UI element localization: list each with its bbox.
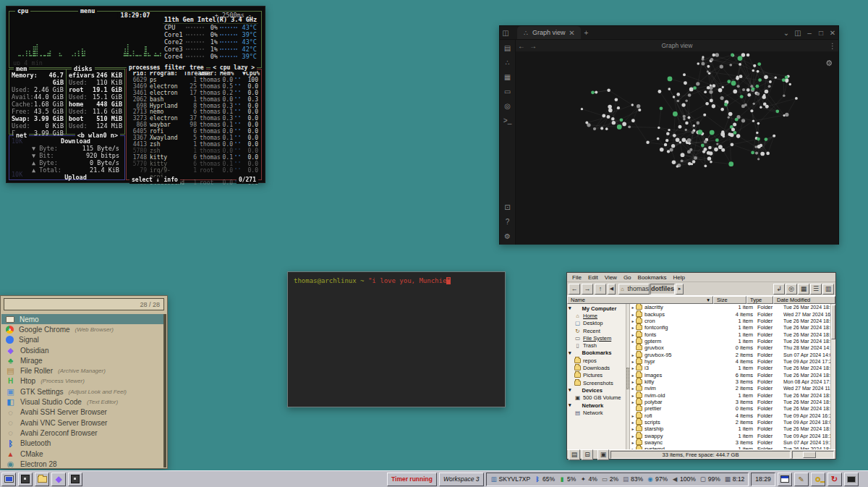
toolbar-view-button[interactable]: ☰ bbox=[810, 284, 822, 295]
processes-title[interactable]: processes bbox=[127, 65, 162, 72]
ribbon-icon[interactable]: ▭ bbox=[502, 88, 514, 96]
column-header-type[interactable]: Type bbox=[746, 296, 773, 304]
expander-icon[interactable] bbox=[630, 352, 636, 357]
tray-item[interactable]: 83% bbox=[622, 475, 643, 483]
side-pane-item[interactable]: Recent bbox=[567, 327, 626, 334]
expander-icon[interactable] bbox=[630, 359, 636, 364]
expander-icon[interactable] bbox=[630, 426, 636, 431]
workspace-indicator[interactable]: Workspace 3 bbox=[439, 473, 484, 486]
show-hidden-button[interactable]: ▣ bbox=[597, 449, 609, 460]
knowledge-graph-canvas[interactable] bbox=[516, 51, 838, 245]
side-pane-item[interactable]: Screenshots bbox=[567, 379, 626, 386]
forward-button[interactable]: → bbox=[582, 284, 593, 295]
tray-item[interactable]: 4% bbox=[579, 475, 597, 483]
file-row[interactable]: scripts 2 items Folder Tue 09 Apr 2024 1… bbox=[630, 419, 830, 425]
tray-item[interactable]: 65% bbox=[534, 475, 555, 483]
btop-cpu-tab[interactable]: cpu bbox=[15, 7, 30, 14]
path-scroll-right-button[interactable]: ▸ bbox=[676, 284, 684, 295]
side-pane-item[interactable]: Pictures bbox=[567, 372, 626, 379]
side-pane-item[interactable]: Bookmarks bbox=[567, 350, 626, 357]
ribbon-icon[interactable]: ∴ bbox=[502, 59, 514, 67]
ribbon-bottom-icon[interactable]: ⚙ bbox=[502, 232, 514, 240]
taskbar-button-notes[interactable] bbox=[794, 473, 809, 486]
ribbon-bottom-icon[interactable]: ? bbox=[502, 218, 514, 226]
fm-horizontal-scrollbar[interactable] bbox=[792, 451, 834, 459]
launcher-button-app1[interactable] bbox=[18, 473, 33, 486]
ribbon-icon[interactable]: ▦ bbox=[502, 73, 514, 81]
tray-item[interactable]: 5% bbox=[558, 475, 576, 483]
side-pane-item[interactable]: File System bbox=[567, 334, 626, 342]
file-row[interactable]: i3 1 item Folder Tue 26 Mar 2024 18:04:0… bbox=[630, 365, 830, 371]
column-header-date[interactable]: Date Modified bbox=[773, 296, 835, 304]
taskbar-button-display[interactable] bbox=[844, 473, 859, 486]
launcher-item[interactable]: Electron 28 bbox=[1, 459, 163, 467]
expander-icon[interactable] bbox=[630, 420, 636, 425]
expander-icon[interactable] bbox=[630, 325, 636, 330]
btop-mem-title[interactable]: mem bbox=[14, 65, 29, 72]
launcher-button-app2[interactable] bbox=[68, 473, 82, 486]
side-pane-item[interactable]: Devices bbox=[567, 386, 626, 394]
file-row[interactable]: prettier 0 items Folder Tue 26 Mar 2024 … bbox=[630, 405, 830, 412]
side-pane-item[interactable]: Desktop bbox=[567, 320, 626, 327]
toggle-tree-button[interactable]: ⊟ bbox=[582, 449, 593, 460]
menu-item[interactable]: Go bbox=[621, 274, 634, 281]
launcher-item[interactable]: Avahi SSH Server Browser bbox=[1, 407, 163, 418]
toolbar-view-button[interactable]: ◎ bbox=[786, 284, 797, 295]
expander-icon[interactable] bbox=[630, 393, 636, 398]
ribbon-icon[interactable]: >_ bbox=[502, 117, 514, 124]
launcher-search-input[interactable]: 28 / 28 bbox=[4, 298, 164, 310]
tab-close-icon[interactable]: ✕ bbox=[569, 29, 576, 37]
stacked-tabs-icon[interactable]: ◫ bbox=[792, 29, 804, 37]
tray-item[interactable]: 99% bbox=[699, 475, 720, 483]
column-header-size[interactable]: Size bbox=[713, 296, 746, 304]
launcher-item[interactable]: File Roller (Archive Manager) bbox=[1, 365, 163, 376]
toolbar-view-button[interactable]: ▥ bbox=[822, 284, 834, 295]
file-row[interactable]: swappy 1 item Folder Tue 09 Apr 2024 18:… bbox=[630, 433, 830, 439]
tab-graph-view[interactable]: ∴ Graph view ✕ bbox=[517, 26, 581, 39]
file-row[interactable]: cron 1 item Folder Tue 26 Mar 2024 18:04… bbox=[630, 318, 830, 324]
launcher-scrollbar[interactable] bbox=[163, 314, 166, 467]
expander-icon[interactable] bbox=[630, 379, 636, 384]
minimize-icon[interactable]: – bbox=[804, 29, 815, 37]
process-info-hint[interactable]: info bbox=[162, 177, 180, 184]
process-row[interactable]: 5780 zsh 1 thomas 0.0 0.0 bbox=[127, 148, 261, 155]
file-row[interactable]: systemd 1 item Folder Tue 26 Mar 2024 18… bbox=[630, 446, 830, 449]
expander-icon[interactable] bbox=[630, 386, 636, 391]
menu-item[interactable]: Help bbox=[671, 274, 688, 281]
file-row[interactable]: images 6 items Folder Tue 26 Mar 2024 18… bbox=[630, 371, 830, 378]
expander-icon[interactable] bbox=[630, 339, 636, 344]
up-button[interactable]: ↑ bbox=[595, 284, 606, 295]
timer-status[interactable]: Timer running bbox=[387, 473, 437, 486]
menu-item[interactable]: Bookmarks bbox=[635, 274, 670, 281]
side-pane-item[interactable]: My Computer bbox=[567, 305, 626, 312]
file-row[interactable]: gruvbox-95 2 items Folder Sun 07 Apr 202… bbox=[630, 351, 830, 357]
expander-icon[interactable] bbox=[630, 413, 636, 418]
file-row[interactable]: swaync 3 items Folder Sun 07 Apr 2024 19… bbox=[630, 439, 830, 446]
side-pane-item[interactable]: 500 GB Volume bbox=[567, 394, 626, 402]
expander-icon[interactable] bbox=[630, 312, 636, 317]
file-row[interactable]: hypr 4 items Folder Tue 09 Apr 2024 17:2… bbox=[630, 358, 830, 365]
taskbar-button-restart[interactable] bbox=[827, 473, 842, 486]
new-tab-icon[interactable]: + bbox=[581, 29, 592, 37]
tab-list-chevron-icon[interactable]: ⌄ bbox=[780, 29, 792, 37]
file-row[interactable]: starship 1 item Folder Tue 26 Mar 2024 1… bbox=[630, 425, 830, 432]
tray-item[interactable]: 8:12 bbox=[724, 475, 745, 483]
expander-icon[interactable] bbox=[630, 332, 636, 337]
file-row[interactable]: polybar 3 items Folder Tue 26 Mar 2024 1… bbox=[630, 399, 830, 405]
ribbon-bottom-icon[interactable]: ⊡ bbox=[502, 203, 514, 211]
file-row[interactable]: gruvbox 0 items Folder Thu 28 Mar 2024 1… bbox=[630, 344, 830, 351]
file-row[interactable]: fonts 1 item Folder Tue 26 Mar 2024 18:0… bbox=[630, 331, 830, 337]
sidebar-toggle-icon[interactable]: ◫ bbox=[500, 29, 511, 37]
launcher-item[interactable]: Mirage bbox=[1, 355, 163, 365]
file-row[interactable]: nvim-old 1 item Folder Tue 26 Mar 2024 1… bbox=[630, 391, 830, 398]
launcher-item[interactable]: CMake bbox=[1, 449, 163, 459]
expander-icon[interactable] bbox=[630, 433, 636, 439]
launcher-item[interactable]: Avahi Zeroconf Browser bbox=[1, 428, 163, 438]
expander-icon[interactable] bbox=[630, 365, 636, 370]
expander-icon[interactable] bbox=[630, 318, 636, 323]
launcher-item[interactable]: Obsidian bbox=[1, 345, 163, 355]
processes-sort[interactable]: < cpu lazy > bbox=[210, 65, 257, 72]
path-scroll-left-button[interactable]: ◀ bbox=[608, 284, 616, 295]
launcher-item[interactable]: Google Chrome (Web Browser) bbox=[1, 324, 163, 334]
ribbon-icon[interactable]: ▤ bbox=[502, 44, 514, 52]
